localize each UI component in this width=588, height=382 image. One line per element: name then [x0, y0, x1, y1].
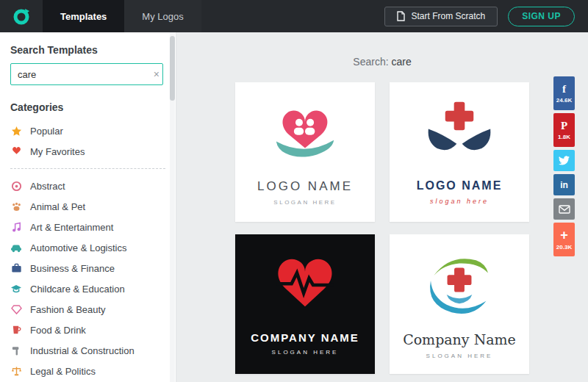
twitter-share-button[interactable]: [553, 150, 575, 171]
tab-templates-label: Templates: [60, 11, 107, 22]
template-grid: LOGO NAME SLOGAN HERE LOGO NAME sl: [176, 82, 588, 374]
sidebar-item-label: Business & Finance: [30, 263, 115, 274]
document-icon: [397, 11, 405, 21]
sidebar-item-label: Animal & Pet: [30, 201, 85, 212]
hammer-icon: [10, 345, 22, 356]
sidebar-item-animal-pet[interactable]: Animal & Pet: [10, 196, 165, 217]
heart-icon: [10, 145, 22, 157]
tab-my-logos-label: My Logos: [142, 11, 183, 22]
sidebar: Search Templates × Categories Popular: [0, 32, 176, 382]
sidebar-item-fashion-beauty[interactable]: Fashion & Beauty: [10, 299, 165, 320]
template-name: LOGO NAME: [417, 179, 503, 192]
plus-share-icon: +: [560, 228, 568, 242]
sidebar-item-label: Automotive & Logistics: [30, 242, 127, 253]
start-from-scratch-button[interactable]: Start From Scratch: [384, 7, 498, 26]
template-card-heart-family-hand[interactable]: LOGO NAME SLOGAN HERE: [235, 82, 375, 222]
search-input[interactable]: [10, 63, 163, 85]
pinterest-share-count: 1.8K: [558, 134, 570, 140]
envelope-icon: [559, 205, 570, 214]
sidebar-scrollbar-thumb[interactable]: [170, 36, 175, 101]
sidebar-item-label: Childcare & Education: [30, 284, 125, 295]
results-area: Search: care: [176, 32, 588, 382]
car-icon: [10, 242, 22, 253]
template-card-heartbeat-heart[interactable]: COMPANY NAME SLOGAN HERE: [235, 234, 375, 374]
abstract-icon: [10, 180, 22, 192]
sign-up-button[interactable]: SIGN UP: [508, 7, 575, 26]
diamond-icon: [10, 303, 22, 315]
template-name: COMPANY NAME: [251, 331, 359, 344]
app: Templates My Logos Start From Scratch SI…: [0, 0, 588, 382]
sidebar-item-food-drink[interactable]: Food & Drink: [10, 320, 165, 340]
search-box: ×: [10, 63, 165, 85]
pinterest-icon: P: [561, 120, 567, 131]
template-slogan: SLOGAN HERE: [272, 349, 339, 356]
email-share-button[interactable]: [553, 198, 575, 220]
template-name: LOGO NAME: [257, 179, 353, 194]
search-result-label: Search: care: [176, 56, 588, 68]
sidebar-item-legal-politics[interactable]: Legal & Politics: [10, 361, 165, 381]
logo-heart-family-hand-icon: [265, 94, 345, 172]
search-templates-heading: Search Templates: [10, 44, 165, 56]
template-name: Company Name: [403, 331, 516, 347]
facebook-icon: f: [562, 84, 566, 95]
scales-icon: [10, 365, 22, 377]
sidebar-item-label: Fashion & Beauty: [30, 304, 106, 315]
sidebar-item-label: Legal & Politics: [30, 366, 96, 377]
logo-hands-medical-cross-icon: [419, 94, 500, 172]
top-bar: Templates My Logos Start From Scratch SI…: [0, 0, 588, 32]
logo-heartbeat-heart-icon: [265, 246, 345, 324]
search-label: Search:: [353, 56, 388, 68]
sidebar-item-childcare-education[interactable]: Childcare & Education: [10, 278, 165, 299]
template-slogan: SLOGAN HERE: [426, 353, 493, 359]
category-list: Abstract Animal & Pet Art & Entertainmen…: [10, 176, 165, 381]
twitter-bird-icon: [559, 156, 570, 165]
clear-search-icon[interactable]: ×: [154, 68, 159, 81]
briefcase-icon: [10, 262, 22, 274]
sidebar-item-business-finance[interactable]: Business & Finance: [10, 258, 165, 278]
paw-icon: [10, 201, 22, 212]
sidebar-item-my-favorites[interactable]: My Favorites: [10, 141, 165, 162]
sidebar-item-art-entertainment[interactable]: Art & Entertainment: [10, 217, 165, 237]
more-share-button[interactable]: + 20.3K: [553, 223, 575, 256]
template-card-circle-swoosh-cross-hand[interactable]: Company Name SLOGAN HERE: [390, 234, 529, 374]
facebook-share-button[interactable]: f 24.6K: [553, 76, 575, 110]
linkedin-share-button[interactable]: in: [553, 174, 575, 195]
brand-logo-icon[interactable]: [0, 0, 43, 32]
graduation-cap-icon: [10, 283, 22, 295]
tab-templates[interactable]: Templates: [43, 0, 124, 32]
sidebar-item-label: Industrial & Construction: [30, 345, 135, 356]
category-quick-list: Popular My Favorites: [10, 120, 165, 162]
music-note-icon: [10, 221, 22, 233]
total-share-count: 20.3K: [556, 244, 572, 251]
facebook-share-count: 24.6K: [556, 97, 572, 104]
sidebar-item-label: Abstract: [30, 181, 65, 192]
start-from-scratch-label: Start From Scratch: [411, 11, 485, 21]
linkedin-icon: in: [560, 181, 568, 190]
sidebar-item-label: My Favorites: [30, 146, 85, 157]
drink-icon: [10, 324, 22, 336]
star-badge-icon: [10, 125, 22, 137]
template-card-hands-medical-cross[interactable]: LOGO NAME slogan here: [390, 82, 529, 222]
sidebar-item-popular[interactable]: Popular: [10, 120, 165, 141]
tab-my-logos[interactable]: My Logos: [124, 0, 201, 32]
template-slogan: SLOGAN HERE: [273, 199, 336, 206]
categories-heading: Categories: [10, 101, 165, 113]
sidebar-divider: [10, 168, 165, 169]
brand-glyph: [12, 7, 31, 26]
sidebar-item-abstract[interactable]: Abstract: [10, 176, 165, 196]
social-share-bar: f 24.6K P 1.8K in + 20.3K: [553, 76, 575, 256]
pinterest-share-button[interactable]: P 1.8K: [553, 113, 575, 147]
sidebar-item-label: Art & Entertainment: [30, 222, 113, 233]
sidebar-item-label: Popular: [30, 126, 63, 137]
sidebar-item-automotive-logistics[interactable]: Automotive & Logistics: [10, 237, 165, 258]
sidebar-item-label: Food & Drink: [30, 325, 86, 336]
page-body: Search Templates × Categories Popular: [0, 32, 588, 382]
template-slogan: slogan here: [430, 198, 489, 205]
logo-circle-swoosh-cross-hand-icon: [421, 246, 498, 324]
search-term: care: [391, 56, 411, 68]
sidebar-item-industrial-construction[interactable]: Industrial & Construction: [10, 340, 165, 361]
